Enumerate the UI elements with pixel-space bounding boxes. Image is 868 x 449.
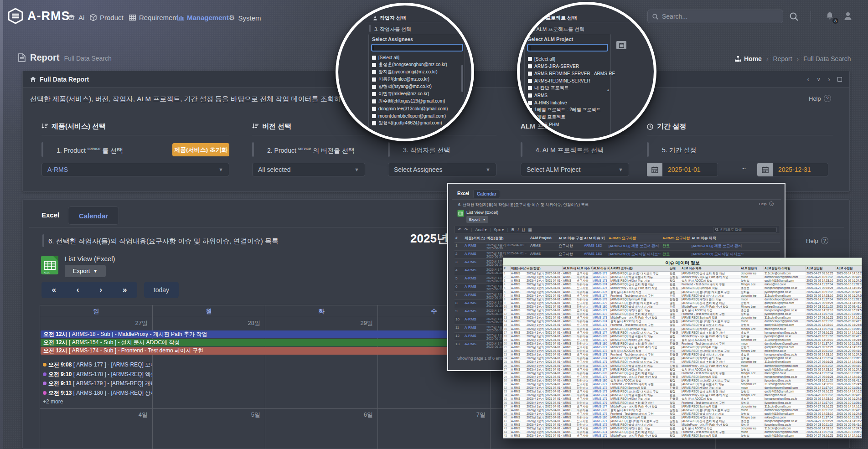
- sheet-row[interactable]: 30A-RMS2025년 1분기 (2025-04-01 ~ 2025-06-3…: [503, 379, 862, 382]
- dropdown-option[interactable]: 내 칸반 프로젝트: [528, 85, 606, 91]
- version-select[interactable]: All selected▼: [252, 163, 365, 176]
- sheet-column-header[interactable]: ALM 이슈 구분: [576, 266, 593, 272]
- dropdown-option[interactable]: moon(dumbbelloper@gmail.com): [372, 113, 461, 119]
- font-family-select[interactable]: Arial ▾: [475, 227, 486, 232]
- sheet-row[interactable]: 41A-RMS2025년 1분기 (2025-04-01 ~ 2025-06-3…: [503, 419, 862, 423]
- sheet-row[interactable]: 16A-RMS2025년 1분기 (2025-04-01 ~ 2025-06-3…: [503, 327, 862, 331]
- sheet-column-header[interactable]: ALM 이슈 제목: [681, 266, 740, 272]
- column-header[interactable]: #: [455, 235, 464, 241]
- checkbox-icon[interactable]: [528, 79, 532, 83]
- sheet-row[interactable]: 40A-RMS2025년 1분기 (2025-04-01 ~ 2025-06-3…: [503, 416, 862, 419]
- sheet-column-header[interactable]: ALM 생성일: [806, 266, 836, 272]
- sheet-row[interactable]: 24A-RMS2025년 1분기 (2025-04-01 ~ 2025-06-3…: [503, 356, 862, 360]
- sheet-row[interactable]: 13A-RMS2025년 1분기 (2025-04-01 ~ 2025-06-3…: [503, 316, 862, 320]
- italic-button[interactable]: I: [517, 227, 519, 232]
- help-button[interactable]: Help?: [809, 95, 831, 102]
- column-header[interactable]: 버전(정명): [486, 235, 529, 242]
- calendar-event-item[interactable]: 오전 9:10 [ ARMS-178 ] - [ARMS-REQ] 엑셀: [43, 370, 152, 378]
- sheet-row[interactable]: 20A-RMS2025년 1분기 (2025-04-01 ~ 2025-06-3…: [503, 342, 862, 346]
- sheet-row[interactable]: 8A-RMS2025년 1분기 (2025-04-01 ~ 2025-06-30…: [503, 298, 862, 301]
- product-select[interactable]: A-RMS▼: [41, 163, 229, 176]
- column-header[interactable]: ALM 이슈 키: [583, 235, 608, 242]
- sheet-row[interactable]: 21A-RMS2025년 1분기 (2025-04-01 ~ 2025-06-3…: [503, 346, 862, 349]
- sheet-row[interactable]: 15A-RMS2025년 1분기 (2025-04-01 ~ 2025-06-3…: [503, 323, 862, 327]
- scrollbar-up-arrow[interactable]: ▲: [606, 88, 610, 92]
- mini-search-box[interactable]: 키워드로 검색: [713, 227, 777, 232]
- sheet-row[interactable]: 37A-RMS2025년 1분기 (2025-04-01 ~ 2025-06-3…: [503, 405, 862, 408]
- sheet-row[interactable]: 25A-RMS2025년 1분기 (2025-04-01 ~ 2025-06-3…: [503, 360, 862, 364]
- sheet-column-header[interactable]: ALM 담당자: [740, 266, 764, 272]
- sheet-row[interactable]: 39A-RMS2025년 1분기 (2025-04-01 ~ 2025-06-3…: [503, 412, 862, 416]
- sheet-row[interactable]: 12A-RMS2025년 1분기 (2025-04-01 ~ 2025-06-3…: [503, 312, 862, 316]
- calendar-icon[interactable]: [647, 163, 662, 176]
- sheet-row[interactable]: 36A-RMS2025년 1분기 (2025-04-01 ~ 2025-06-3…: [503, 401, 862, 405]
- sheet-row[interactable]: 3A-RMS2025년 1분기 (2025-04-01 ~ 2025-06-30…: [503, 279, 862, 283]
- first-page-button[interactable]: «: [52, 285, 56, 294]
- sheet-row[interactable]: 17A-RMS2025년 1분기 (2025-04-01 ~ 2025-06-3…: [503, 331, 862, 335]
- sheet-row[interactable]: 44A-RMS2025년 1분기 (2025-04-01 ~ 2025-06-3…: [503, 430, 862, 434]
- calendar-day-number[interactable]: 7일: [378, 409, 491, 421]
- tab-calendar[interactable]: Calendar: [68, 206, 119, 225]
- dropdown-option[interactable]: [Select all]: [372, 54, 461, 61]
- dropdown-option[interactable]: 홍성훈(hongseonghun@mz.co.kr): [372, 62, 461, 68]
- notifications-bell-icon[interactable]: 3: [825, 11, 835, 21]
- sheet-row[interactable]: 18A-RMS2025년 1분기 (2025-04-01 ~ 2025-06-3…: [503, 335, 862, 338]
- table-row[interactable]: 1A-RMS2025년 1분기 2025-04- 01 ~ 2025-06-30…: [455, 243, 780, 251]
- dropdown-option[interactable]: 1레벨 프로젝트: [528, 114, 606, 120]
- breadcrumb-report[interactable]: Report: [773, 55, 792, 62]
- sheet-row[interactable]: 33A-RMS2025년 1분기 (2025-04-01 ~ 2025-06-3…: [503, 390, 862, 393]
- nav-item-management[interactable]: Management: [177, 14, 229, 21]
- mini-tab-calendar[interactable]: Calendar: [473, 190, 500, 198]
- product-reset-button[interactable]: 제품(서비스) 초기화: [172, 143, 229, 156]
- dropdown-option[interactable]: ARMS-REDMINE-SERVER - ARMS-RE: [528, 70, 606, 77]
- column-header[interactable]: 제품(서비스): [464, 235, 486, 242]
- breadcrumb-home[interactable]: Home: [735, 55, 762, 62]
- checkbox-icon[interactable]: [528, 86, 532, 90]
- sheet-row[interactable]: 45A-RMS2025년 1분기 (2025-04-01 ~ 2025-06-3…: [503, 434, 862, 438]
- sheet-row[interactable]: 43A-RMS2025년 1분기 (2025-04-01 ~ 2025-06-3…: [503, 427, 862, 430]
- sheet-column-header[interactable]: 상태: [669, 266, 681, 272]
- calendar-day-number[interactable]: 28일: [153, 317, 265, 329]
- sheet-row[interactable]: 14A-RMS2025년 1분기 (2025-04-01 ~ 2025-06-3…: [503, 320, 862, 323]
- dropdown-option[interactable]: 최수현(chltngus129@gmail.com): [372, 98, 461, 104]
- checkbox-icon[interactable]: [528, 57, 532, 61]
- last-page-button[interactable]: »: [123, 285, 127, 294]
- sheet-row[interactable]: 31A-RMS2025년 1분기 (2025-04-01 ~ 2025-06-3…: [503, 382, 862, 386]
- export-button[interactable]: Export▼: [65, 265, 106, 277]
- sheet-column-header[interactable]: ALM 수정일: [836, 266, 862, 272]
- checkbox-icon[interactable]: [372, 70, 376, 74]
- sheet-row[interactable]: 5A-RMS2025년 1분기 (2025-04-01 ~ 2025-06-30…: [503, 286, 862, 290]
- calendar-more-link[interactable]: +2 more: [43, 398, 63, 405]
- sheet-row[interactable]: 9A-RMS2025년 1분기 (2025-04-01 ~ 2025-06-30…: [503, 301, 862, 305]
- alm-filter-input[interactable]: [527, 44, 608, 52]
- nav-item-system[interactable]: ⚙ System: [229, 14, 261, 22]
- assignee-filter-input[interactable]: [371, 44, 463, 52]
- search-input[interactable]: Search...: [647, 10, 783, 23]
- checkbox-icon[interactable]: [528, 101, 532, 105]
- today-button[interactable]: today: [144, 282, 179, 298]
- app-logo[interactable]: A-RMS: [7, 8, 70, 24]
- nav-item-ai[interactable]: Ai: [67, 14, 84, 21]
- alm-project-select[interactable]: Select ALM Project▼: [521, 163, 629, 176]
- sheet-column-header[interactable]: #: [503, 266, 511, 271]
- search-submit-icon[interactable]: [790, 12, 798, 21]
- sheet-row[interactable]: 22A-RMS2025년 1분기 (2025-04-01 ~ 2025-06-3…: [503, 349, 862, 353]
- mini-calendar-button[interactable]: [616, 41, 626, 49]
- dropdown-option[interactable]: 1레벨 프로젝트 - 2레벨 프로젝트: [528, 107, 606, 113]
- sheet-column-header[interactable]: A-RMS 요구사항: [610, 266, 669, 272]
- calendar-event-item[interactable]: 오전 9:11 [ ARMS-179 ] - [ARMS-REQ] 캐릭: [43, 379, 152, 387]
- grid-icon[interactable]: ▦: [528, 227, 532, 232]
- next-page-button[interactable]: ›: [99, 285, 102, 294]
- checkbox-icon[interactable]: [372, 85, 376, 89]
- sheet-row[interactable]: 27A-RMS2025년 1분기 (2025-04-01 ~ 2025-06-3…: [503, 368, 862, 372]
- dropdown-option[interactable]: ARMS-JIRA-SERVER: [528, 63, 606, 69]
- dropdown-option[interactable]: [Select all]: [528, 56, 606, 62]
- dropdown-option[interactable]: A-RMS Initiative: [528, 99, 606, 106]
- carousel-collapse-icon[interactable]: ∨: [816, 76, 821, 83]
- sheet-row[interactable]: 23A-RMS2025년 1분기 (2025-04-01 ~ 2025-06-3…: [503, 353, 862, 356]
- sheet-row[interactable]: 19A-RMS2025년 1분기 (2025-04-01 ~ 2025-06-3…: [503, 338, 862, 342]
- checkbox-icon[interactable]: [372, 92, 376, 96]
- bold-button[interactable]: B: [512, 227, 515, 232]
- calendar-day-number[interactable]: 29일: [265, 317, 378, 329]
- checkbox-icon[interactable]: [372, 114, 376, 118]
